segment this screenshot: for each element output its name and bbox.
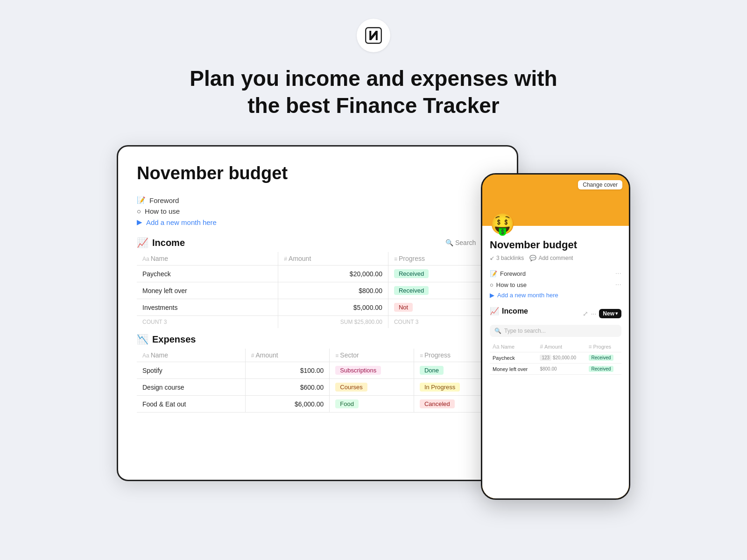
- nav-item-foreword[interactable]: 📝 Foreword: [137, 195, 498, 206]
- mobile-status-badge: Received: [589, 366, 614, 372]
- mobile-income-icon: 📈: [490, 307, 499, 315]
- expenses-col-name: AaName: [137, 349, 245, 362]
- income-icon: 📈: [137, 237, 148, 248]
- income-col-name: AaName: [137, 252, 278, 266]
- new-button[interactable]: New ▾: [599, 309, 621, 318]
- foreword-icon: 📝: [137, 196, 146, 204]
- status-badge: Received: [394, 286, 429, 295]
- nav-item-how-to-use[interactable]: ○ How to use: [137, 206, 498, 217]
- mockups-container: November budget 📝 Foreword ○ How to use …: [117, 145, 630, 500]
- mobile-income-actions: ⤢ ··· New ▾: [583, 309, 621, 318]
- income-col-amount: #Amount: [278, 252, 388, 266]
- change-cover-button[interactable]: Change cover: [578, 180, 622, 189]
- search-button[interactable]: 🔍 Search: [445, 239, 476, 246]
- how-to-use-icon: ○: [137, 207, 141, 215]
- income-row-0[interactable]: Paycheck $20,000.00 Received: [137, 266, 498, 282]
- mobile-status-badge: Received: [589, 355, 614, 361]
- mobile-body: November budget ↙ 3 backlinks 💬 Add comm…: [482, 226, 629, 498]
- notion-logo: [357, 19, 390, 52]
- backlinks-icon: ↙: [490, 255, 494, 261]
- mobile-income-table: AaName #Amount ≡Progres Paycheck: [490, 342, 621, 375]
- expenses-title: 📉 Expenses: [137, 334, 196, 345]
- status-badge: Received: [394, 269, 429, 278]
- income-section: 📈 Income 🔍 Search ⤢ ···: [137, 237, 498, 328]
- desktop-mockup: November budget 📝 Foreword ○ How to use …: [117, 145, 518, 481]
- mobile-income-row-1[interactable]: Money left over $800.00 Received: [490, 364, 621, 375]
- income-title: 📈 Income: [137, 237, 185, 248]
- add-month-icon: ▶: [490, 292, 494, 299]
- mobile-page-title: November budget: [490, 239, 621, 251]
- status-badge: Not: [394, 303, 413, 312]
- how-to-use-icon: ○: [490, 281, 493, 288]
- mobile-income-row-0[interactable]: Paycheck 123 $20,000.00 Received: [490, 352, 621, 364]
- mobile-nav-add-month[interactable]: ▶ Add a new month here: [490, 290, 621, 300]
- expenses-row-0[interactable]: Spotify $100.00 Subscriptions Done: [137, 362, 498, 379]
- mobile-search[interactable]: 🔍 Type to search...: [490, 325, 621, 337]
- mobile-col-progress: ≡Progres: [586, 342, 621, 352]
- desktop-nav: 📝 Foreword ○ How to use ▶ Add a new mont…: [137, 195, 498, 228]
- search-icon: 🔍: [494, 328, 501, 334]
- mobile-col-name: AaName: [490, 342, 537, 352]
- foreword-icon: 📝: [490, 270, 497, 277]
- expand-icon[interactable]: ⤢: [583, 310, 588, 317]
- expenses-icon: 📉: [137, 334, 148, 345]
- expenses-row-2[interactable]: Food & Eat out $6,000.00 Food Canceled: [137, 396, 498, 413]
- mobile-nav: 📝 Foreword ··· ○ How to use ··· ▶ Add a: [490, 268, 621, 300]
- expenses-col-sector: ≡Sector: [330, 349, 414, 362]
- more-icon[interactable]: ···: [615, 280, 621, 289]
- status-badge: Canceled: [420, 399, 455, 408]
- add-month-icon: ▶: [137, 218, 142, 226]
- mobile-emoji: 🤑: [490, 214, 515, 234]
- expenses-col-amount: #Amount: [245, 349, 330, 362]
- mobile-income-header: 📈 Income ⤢ ··· New ▾: [490, 307, 621, 320]
- mobile-nav-foreword[interactable]: 📝 Foreword ···: [490, 268, 621, 279]
- mobile-mockup: Change cover 🤑 November budget ↙ 3 backl…: [481, 173, 630, 500]
- hero-title: Plan you income and expenses with the be…: [190, 65, 557, 119]
- expenses-row-1[interactable]: Design course $600.00 Courses In Progres…: [137, 379, 498, 396]
- status-badge: Done: [420, 366, 444, 375]
- income-row-2[interactable]: Investments $5,000.00 Not: [137, 299, 498, 316]
- expenses-header: 📉 Expenses: [137, 334, 498, 345]
- income-header: 📈 Income 🔍 Search ⤢ ···: [137, 237, 498, 248]
- expenses-section: 📉 Expenses AaName #Amount: [137, 334, 498, 413]
- expenses-table: AaName #Amount ≡Sector ≡Progress: [137, 349, 498, 413]
- sector-badge: Subscriptions: [335, 366, 381, 375]
- sector-badge: Courses: [335, 383, 367, 392]
- sector-badge: Food: [335, 399, 359, 408]
- more-icon[interactable]: ···: [615, 269, 621, 278]
- desktop-page-title: November budget: [137, 163, 498, 183]
- status-badge: In Progress: [420, 383, 460, 392]
- mobile-col-amount: #Amount: [537, 342, 585, 352]
- mobile-nav-how-to-use[interactable]: ○ How to use ···: [490, 279, 621, 290]
- mobile-cover: Change cover 🤑: [482, 175, 629, 226]
- backlinks-label[interactable]: ↙ 3 backlinks: [490, 255, 524, 261]
- more-options-icon[interactable]: ···: [591, 310, 597, 317]
- chevron-down-icon: ▾: [615, 311, 618, 316]
- income-footer: COUNT 3 SUM $25,800.00 COUNT 3: [137, 316, 498, 329]
- comment-icon: 💬: [529, 255, 536, 261]
- search-icon: 🔍: [445, 239, 453, 246]
- income-table: AaName #Amount ≡Progress Payche: [137, 252, 498, 328]
- amount-cell: 123: [540, 355, 551, 361]
- nav-item-add-month[interactable]: ▶ Add a new month here: [137, 217, 498, 228]
- add-comment-btn[interactable]: 💬 Add comment: [529, 255, 573, 261]
- income-row-1[interactable]: Money left over $800.00 Received: [137, 282, 498, 299]
- mobile-income-title: 📈 Income: [490, 307, 528, 315]
- mobile-backlinks: ↙ 3 backlinks 💬 Add comment: [490, 255, 621, 261]
